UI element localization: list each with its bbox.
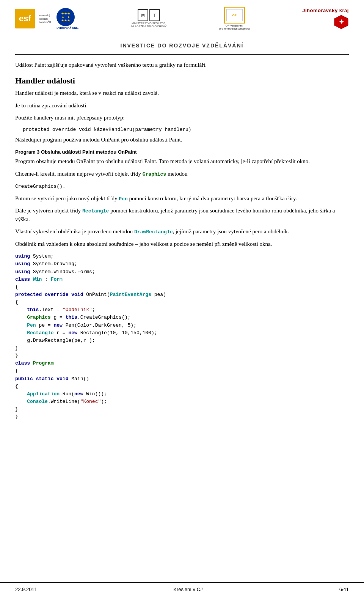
create-graphics-para: CreateGraphics(). — [15, 182, 349, 190]
prototype-code: protected override void NázevHandleru(pa… — [23, 127, 191, 132]
create-graphics-code: CreateGraphics(). — [15, 184, 66, 189]
code-line: { — [15, 299, 349, 306]
draw-keyword: DrawRectangle — [134, 229, 173, 235]
code-line: } — [15, 352, 349, 360]
footer-date: 22.9.2011 — [15, 587, 37, 592]
rectangle-para: Dále je vytvořen objekt třídy Rectangle … — [15, 206, 349, 223]
footer-bar: 22.9.2011 Kreslení v C# 6/41 — [0, 582, 364, 596]
svg-text:✦: ✦ — [338, 18, 344, 26]
code-line: Rectangle r = new Rectangle(10, 10,150,1… — [15, 329, 349, 337]
code-line: } — [15, 344, 349, 352]
footer-title: Kreslení v C# — [173, 587, 203, 592]
footer-page: 6/41 — [339, 587, 349, 592]
code-line: Graphics g = this.CreateGraphics(); — [15, 314, 349, 321]
op-shape: OP — [224, 7, 245, 24]
program-desc1: Program obsahuje metodu OnPaint pro obsl… — [15, 157, 349, 166]
draw-para: Vlastní vykreslení obdélníka je proveden… — [15, 227, 349, 236]
code-line: public static void Main() — [15, 375, 349, 383]
code-line: } — [15, 413, 349, 421]
code-line: } — [15, 406, 349, 413]
code-line: class Win : Form — [15, 276, 349, 283]
msmt-m-shape: M — [138, 9, 148, 21]
msmt-text: MINISTERSTVO ŠKOLSTVÍ,MLÁDEŽE A TĚLOVÝCH… — [131, 22, 166, 28]
code-line: Pen pe = new Pen(Color.DarkGreen, 5); — [15, 322, 349, 329]
eu-logo: ★★★★ ★★★★ EVROPSKÁ UNIE — [56, 8, 78, 29]
code-line: protected override void OnPaint(PaintEve… — [15, 291, 349, 299]
op-inner: OP — [226, 9, 243, 21]
program-label: Program 3 Obsluha události Paint metodou… — [15, 149, 349, 155]
intro-paragraph: Událost Paint zajišťuje opakované vytvoř… — [15, 61, 349, 69]
graphics-para: Chceme-li kreslit, musíme nejprve vytvoř… — [15, 170, 349, 178]
handler-para-2: Je to rutina zpracování události. — [15, 101, 349, 110]
code-line: g.DrawRectangle(pe,r ); — [15, 337, 349, 344]
following-text: Následující program používá metodu OnPai… — [15, 135, 349, 144]
handler-para-1: Handler události je metoda, která se v r… — [15, 89, 349, 97]
jihomoravsky-emblem-icon: ✦ — [334, 14, 349, 30]
code-line: { — [15, 383, 349, 390]
code-line: using System.Windows.Forms; — [15, 268, 349, 276]
code-line: { — [15, 283, 349, 291]
header-logos: esf evropskýsociálnífond v ČR ★★★★ ★★★★ … — [15, 0, 349, 34]
op-logo: OP OP Vzdělávánípro konkurenceschopnost — [219, 7, 249, 31]
header-divider — [15, 34, 349, 34]
pen-para: Potom se vytvoří pero jako nový objekt t… — [15, 194, 349, 203]
section-title-handler: Handler události — [15, 76, 349, 86]
code-line: using System; — [15, 253, 349, 260]
code-line: using System.Drawing; — [15, 260, 349, 268]
op-text: OP Vzdělávánípro konkurenceschopnost — [219, 24, 249, 31]
code-line: this.Text = "Obdélník"; — [15, 306, 349, 314]
main-code-block: using System;using System.Drawing;using … — [15, 253, 349, 421]
msmt-t-shape: T — [149, 9, 160, 21]
rectangle-keyword: Rectangle — [82, 208, 109, 214]
investice-banner: INVESTICE DO ROZVOJE VZDĚLÁVÁNÍ — [15, 39, 349, 55]
code-line: Console.WriteLine("Konec"); — [15, 398, 349, 406]
code-line: class Program — [15, 360, 349, 367]
pen-keyword: Pen — [119, 196, 127, 202]
msmt-logo: M T MINISTERSTVO ŠKOLSTVÍ,MLÁDEŽE A TĚLO… — [131, 9, 166, 28]
eu-text: EVROPSKÁ UNIE — [56, 27, 78, 29]
absolute-para: Obdélník má vzhledem k oknu absolutní so… — [15, 240, 349, 248]
jihomoravsky-title: Jihomoravský kraj — [302, 8, 349, 13]
graphics-keyword: Graphics — [143, 171, 166, 177]
handler-para-3: Použité handlery musí mít předepsaný pro… — [15, 113, 349, 122]
investice-text: INVESTICE DO ROZVOJE VZDĚLÁVÁNÍ — [121, 42, 244, 49]
esf-logo: esf — [15, 9, 35, 28]
prototype-code-block: protected override void NázevHandleru(pa… — [23, 126, 349, 132]
code-line: { — [15, 367, 349, 375]
code-line: Application.Run(new Win()); — [15, 390, 349, 398]
esf-text: evropskýsociálnífond v ČR — [39, 14, 51, 24]
jihomoravsky-logo: Jihomoravský kraj ✦ — [302, 8, 349, 30]
logo-left-group: esf evropskýsociálnífond v ČR ★★★★ ★★★★ … — [15, 8, 78, 29]
